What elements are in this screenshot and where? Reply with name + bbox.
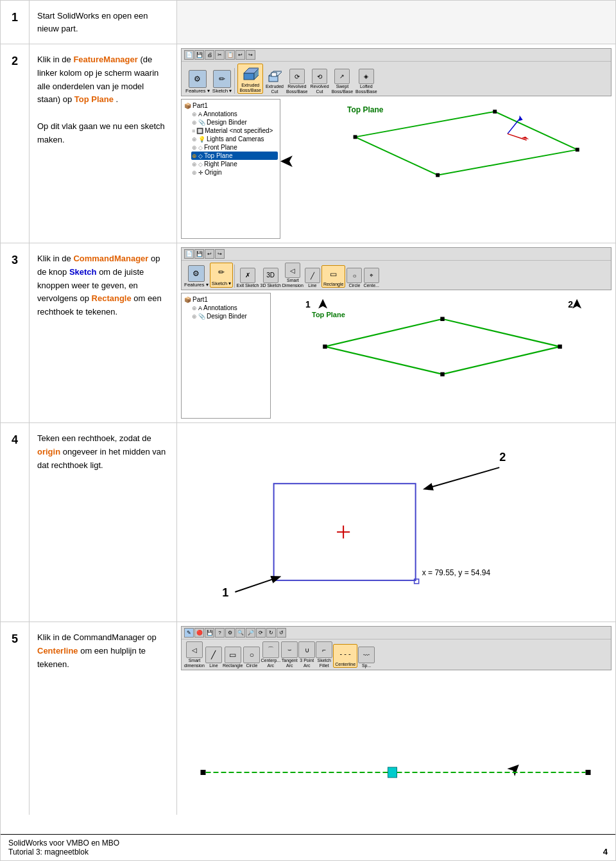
s5-centerp-btn[interactable]: ⌒ Centerp...Arc bbox=[261, 641, 280, 668]
s5-circle-btn[interactable]: ○ Circle bbox=[243, 647, 260, 668]
revolved-boss-btn[interactable]: ⟳ RevolvedBoss/Base bbox=[286, 69, 307, 94]
extruded-cut-btn[interactable]: ExtrudedCut bbox=[266, 69, 284, 94]
fm-icon-annotations: A bbox=[198, 111, 202, 117]
fm-item-front-plane[interactable]: ⊕ ◇ Front Plane bbox=[191, 143, 278, 152]
s5-centerline-btn[interactable]: - - - Centerline bbox=[333, 644, 357, 668]
s3-fm-part1[interactable]: 📦 Part1 bbox=[184, 295, 268, 304]
s3-fm-icon-ann: A bbox=[198, 305, 202, 311]
num1-label: 1 bbox=[222, 586, 228, 599]
s5-icon-5[interactable]: ⚙ bbox=[225, 628, 235, 638]
toolbar-icon-6[interactable]: ↩ bbox=[235, 50, 245, 60]
s5-rectangle-btn[interactable]: ▭ Rectangle bbox=[223, 647, 243, 668]
fm-label-material: Material <not specified> bbox=[205, 127, 273, 134]
toolbar-icon-3[interactable]: 🖨 bbox=[205, 50, 214, 60]
s3-icon-2[interactable]: 💾 bbox=[194, 249, 204, 259]
s3-fm-binder[interactable]: ⊕ 📎 Design Binder bbox=[191, 312, 268, 320]
step3-arrow2: ➤ bbox=[569, 299, 585, 310]
s3-features-btn[interactable]: ⚙ Features ▾ bbox=[184, 265, 209, 288]
s5-icon-1[interactable]: ✎ bbox=[184, 628, 194, 638]
step-4-number: 4 bbox=[1, 423, 30, 622]
s3-rectangle-label: Rectangle bbox=[323, 282, 344, 286]
s3-circle-btn[interactable]: ○ Circle bbox=[346, 268, 362, 288]
feature-manager-tree: 📦 Part1 ⊕ A Annotations ⊕ 📎 bbox=[181, 99, 280, 239]
s3-fm-icon-part: 📦 bbox=[184, 297, 191, 303]
s5-icon-3[interactable]: 💾 bbox=[205, 628, 214, 638]
sketch-btn[interactable]: ✏ Sketch ▾ bbox=[212, 70, 232, 94]
fm-item-annotations[interactable]: ⊕ A Annotations bbox=[191, 110, 278, 118]
fm-item-lights[interactable]: ⊕ 💡 Lights and Cameras bbox=[191, 135, 278, 143]
s3-3d-sketch-btn[interactable]: 3D 3D Sketch bbox=[261, 268, 281, 288]
s5-tangent-btn[interactable]: ⌣ TangentArc bbox=[281, 641, 298, 668]
step3-arrow1: ➤ bbox=[314, 299, 331, 310]
fm-item-right-plane[interactable]: ⊕ ◇ Right Plane bbox=[191, 160, 278, 168]
fm-item-material[interactable]: ≡ 🔲 Material <not specified> bbox=[191, 126, 278, 135]
svg-rect-5 bbox=[271, 73, 277, 76]
step3-num1: 1 bbox=[305, 299, 311, 309]
toolbar-icon-4[interactable]: ✂ bbox=[215, 50, 225, 60]
s5-icon-9[interactable]: ↻ bbox=[266, 628, 276, 638]
fm-item-top-plane[interactable]: ⊕ ◇ Top Plane bbox=[191, 152, 278, 160]
x-axis bbox=[508, 134, 527, 141]
fm-item-design-binder[interactable]: ⊕ 📎 Design Binder bbox=[191, 118, 278, 126]
step-2-part1: Klik in de bbox=[37, 55, 73, 64]
s5-3pt-btn[interactable]: ∪ 3 PointArc bbox=[298, 641, 315, 668]
s3-icon-4[interactable]: ↪ bbox=[215, 249, 225, 259]
top-plane-shape bbox=[355, 112, 578, 175]
features-label: Features ▾ bbox=[185, 88, 210, 94]
footer-page: 4 bbox=[603, 847, 608, 857]
toolbar-icon-2[interactable]: 💾 bbox=[194, 50, 204, 60]
extruded-boss-btn[interactable]: ExtrudedBoss/Base bbox=[237, 64, 262, 94]
s3-smart-dim-btn[interactable]: ◁ SmartDimension bbox=[282, 263, 304, 288]
s3-icon-1[interactable]: 📄 bbox=[184, 249, 194, 259]
step3-corner-tr bbox=[440, 317, 444, 321]
toolbar-icon-7[interactable]: ↪ bbox=[246, 50, 255, 60]
s3-fm-annotations[interactable]: ⊕ A Annotations bbox=[191, 304, 268, 312]
s5-sp-btn[interactable]: 〰 Sp... bbox=[358, 647, 375, 668]
step-5-centerline: Centerline bbox=[37, 646, 78, 656]
s3-smart-dim-label: SmartDimension bbox=[282, 278, 304, 288]
s5-line-btn[interactable]: ╱ Line bbox=[205, 647, 222, 668]
s5-icon-2[interactable]: 🔴 bbox=[194, 628, 204, 638]
step-2-row: 2 Klik in de FeatureManager (de linker k… bbox=[1, 44, 615, 243]
step3-corner-bl bbox=[440, 372, 444, 376]
lofted-boss-btn[interactable]: ◈ LoftedBoss/Base bbox=[355, 69, 377, 94]
extruded-cut-label: ExtrudedCut bbox=[266, 84, 284, 94]
revolved-cut-btn[interactable]: ⟲ RevolvedCut bbox=[310, 69, 329, 94]
s3-sketch-btn[interactable]: ✏ Sketch ▾ bbox=[210, 263, 234, 288]
s3-sep1 bbox=[234, 265, 235, 288]
s5-fillet-btn[interactable]: ⌐ SketchFillet bbox=[316, 641, 332, 668]
s3-line-btn[interactable]: ╱ Line bbox=[305, 268, 320, 288]
revolved-boss-label: RevolvedBoss/Base bbox=[286, 84, 307, 94]
features-btn[interactable]: ⚙ Features ▾ bbox=[185, 70, 210, 94]
fm-label-right: Right Plane bbox=[204, 161, 237, 168]
fm-expand-annotations: ⊕ bbox=[192, 111, 197, 117]
s5-smart-dim-btn[interactable]: ◁ Smartdimension bbox=[184, 641, 205, 668]
s3-center-btn[interactable]: ⌖ Cente... bbox=[363, 268, 379, 288]
swept-boss-label: SweptBoss/Base bbox=[332, 84, 353, 94]
s5-icon-6[interactable]: 🔍 bbox=[235, 628, 245, 638]
step-1-content: Start SolidWorks en open een nieuw part. bbox=[37, 11, 148, 33]
s5-icon-4[interactable]: ? bbox=[215, 628, 225, 638]
swept-boss-btn[interactable]: ↗ SweptBoss/Base bbox=[332, 69, 353, 94]
step-5-row: 5 Klik in de CommandManager op Centerlin… bbox=[1, 622, 615, 815]
s3-circle-label: Circle bbox=[348, 283, 360, 288]
sketch-label: Sketch ▾ bbox=[212, 88, 232, 94]
svg-rect-0 bbox=[244, 73, 254, 80]
s5-icon-8[interactable]: ⟳ bbox=[256, 628, 266, 638]
separator-1 bbox=[234, 68, 235, 94]
s3-exit-sketch-btn[interactable]: ✗ Exit Sketch bbox=[236, 268, 259, 288]
s5-centerp-label: Centerp...Arc bbox=[261, 658, 280, 668]
toolbar-icon-5[interactable]: 📋 bbox=[225, 50, 235, 60]
fm-item-origin[interactable]: ⊕ ✛ Origin bbox=[191, 168, 278, 177]
toolbar-icon-1[interactable]: 📄 bbox=[184, 50, 194, 60]
s5-icon-7[interactable]: 🔎 bbox=[246, 628, 255, 638]
s5-icon-10[interactable]: ↺ bbox=[277, 628, 286, 638]
fm-icon-top: ◇ bbox=[198, 153, 203, 159]
fm-item-part1[interactable]: 📦 Part1 bbox=[184, 101, 278, 110]
fm-expand-lights: ⊕ bbox=[192, 136, 197, 143]
s3-rectangle-btn[interactable]: ▭ Rectangle bbox=[321, 265, 346, 288]
step3-corner-br bbox=[558, 345, 561, 349]
num2-label: 2 bbox=[499, 451, 506, 464]
s3-icon-3[interactable]: ↩ bbox=[205, 249, 214, 259]
fm-icon-right: ◇ bbox=[198, 161, 203, 168]
